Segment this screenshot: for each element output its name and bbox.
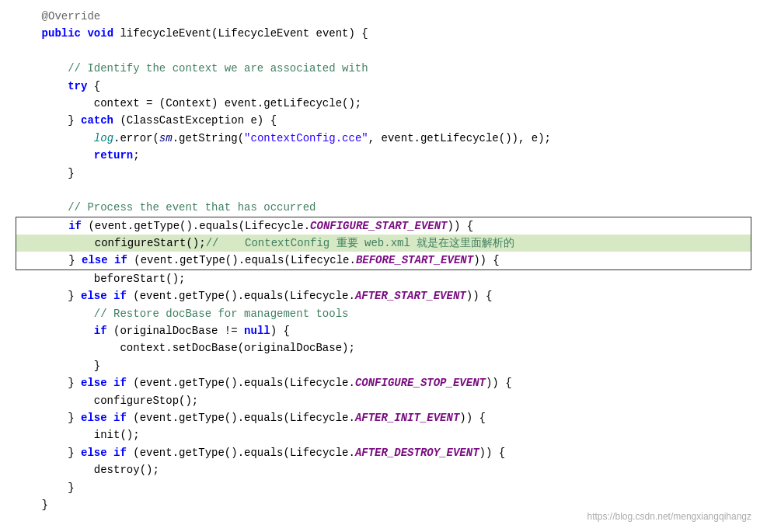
code-line: } else if (event.getType().equals(Lifecy…	[16, 409, 751, 426]
code-line: configureStop();	[16, 392, 751, 409]
keyword-return: return	[94, 147, 133, 164]
code-line: try {	[16, 78, 751, 95]
code-line: } else if (event.getType().equals(Lifecy…	[16, 444, 751, 461]
watermark: https://blog.csdn.net/mengxiangqihangz	[587, 509, 751, 524]
comment-chinese: // ContextConfig 重要 web.xml 就是在这里面解析的	[206, 235, 515, 252]
code-line	[16, 182, 751, 199]
comment: // Restore docBase for management tools	[16, 305, 348, 322]
keyword-else-if: else	[82, 252, 108, 269]
log-ref: log	[94, 130, 113, 147]
code-line: destroy();	[16, 461, 751, 478]
comment: // Identify the context we are associate…	[16, 60, 368, 77]
code-line: init();	[16, 426, 751, 443]
comment: // Process the event that has occurred	[16, 199, 316, 216]
code-line: } else if (event.getType().equals(Lifecy…	[16, 252, 751, 269]
code-line: // Identify the context we are associate…	[16, 60, 751, 77]
code-line: }	[16, 165, 751, 182]
string-literal: "contextConfig.cce"	[244, 130, 368, 147]
code-line: log.error(sm.getString("contextConfig.cc…	[16, 130, 751, 147]
code-line: context.setDocBase(originalDocBase);	[16, 339, 751, 356]
code-line: }	[16, 479, 751, 496]
code-line: } catch (ClassCastException e) {	[16, 112, 751, 129]
sm-ref: sm	[159, 130, 173, 147]
lifecycle-after-start: AFTER_START_EVENT	[355, 287, 466, 304]
code-line: return;	[16, 147, 751, 164]
keyword-if: if	[68, 217, 82, 235]
code-line-highlighted: configureStart();// ContextConfig 重要 web…	[16, 235, 751, 252]
code-line: public void lifecycleEvent(LifecycleEven…	[16, 25, 751, 42]
lifecycle-before-start: BEFORE_START_EVENT	[356, 252, 473, 269]
keyword-void: void	[87, 25, 113, 42]
code-line: context = (Context) event.getLifecycle()…	[16, 95, 751, 112]
code-line: } else if (event.getType().equals(Lifecy…	[16, 374, 751, 391]
code-container: @Override public void lifecycleEvent(Lif…	[0, 0, 767, 532]
lifecycle-after-init: AFTER_INIT_EVENT	[355, 409, 459, 426]
keyword-try: try	[68, 78, 87, 95]
lifecycle-configure-stop: CONFIGURE_STOP_EVENT	[355, 374, 486, 391]
lifecycle-configure-start: CONFIGURE_START_EVENT	[310, 217, 447, 235]
keyword-public: public	[42, 25, 81, 42]
code-line: @Override	[16, 8, 751, 25]
code-line: }	[16, 357, 751, 374]
code-line: beforeStart();	[16, 270, 751, 287]
code-line: } else if (event.getType().equals(Lifecy…	[16, 287, 751, 304]
keyword-catch: catch	[81, 112, 113, 129]
code-line: if (originalDocBase != null) {	[16, 322, 751, 339]
lifecycle-after-destroy: AFTER_DESTROY_EVENT	[355, 444, 479, 461]
code-line: if (event.getType().equals(Lifecycle.CON…	[16, 217, 751, 235]
code-text	[16, 25, 42, 42]
code-line: // Process the event that has occurred	[16, 199, 751, 216]
code-line: // Restore docBase for management tools	[16, 305, 751, 322]
code-line	[16, 43, 751, 60]
annotation: @Override	[16, 8, 100, 25]
